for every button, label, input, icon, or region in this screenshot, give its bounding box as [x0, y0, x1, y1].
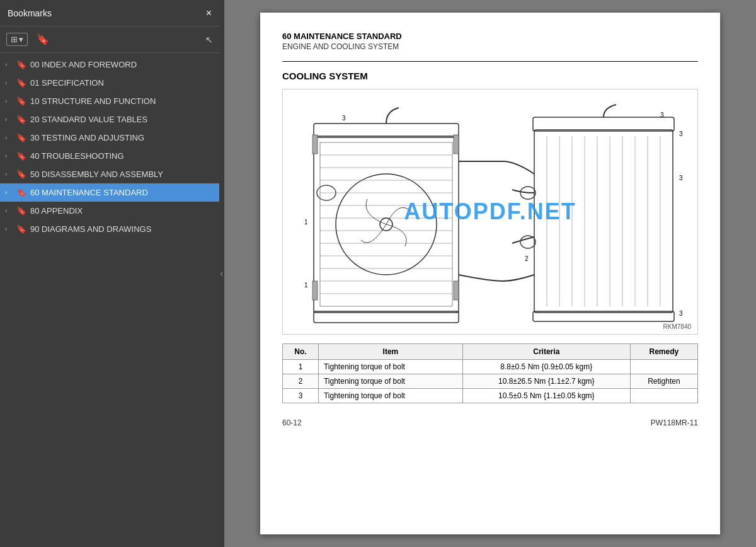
diagram-ref: RKM7840	[663, 323, 691, 330]
resize-handle[interactable]	[219, 0, 224, 547]
table-cell-criteria: 8.8±0.5 Nm {0.9±0.05 kgm}	[462, 360, 630, 374]
sidebar-item-60[interactable]: ›🔖60 MAINTENANCE STANDARD	[0, 183, 219, 202]
table-cell-item: Tightening torque of bolt	[318, 389, 462, 403]
svg-point-36	[520, 236, 536, 248]
chevron-right-icon: ›	[5, 153, 13, 159]
cooling-diagram: 1 1 3	[289, 98, 692, 325]
table-header-item: Item	[318, 344, 462, 360]
table-cell-criteria: 10.5±0.5 Nm {1.1±0.05 kgm}	[462, 389, 630, 403]
svg-text:2: 2	[525, 255, 529, 262]
table-cell-no: 2	[283, 374, 319, 389]
table-header-criteria: Criteria	[462, 344, 630, 360]
sidebar-item-label: 10 STRUCTURE AND FUNCTION	[30, 96, 156, 106]
sidebar-item-40[interactable]: ›🔖40 TROUBLESHOOTING	[0, 147, 219, 165]
sidebar-item-label: 01 SPECIFICATION	[30, 78, 104, 88]
chevron-right-icon: ›	[5, 98, 13, 105]
close-button[interactable]: ×	[206, 8, 212, 19]
sidebar-item-label: 90 DIAGRAMS AND DRAWINGS	[30, 224, 151, 234]
bookmark-icon: 🔖	[16, 224, 26, 234]
table-row: 1Tightening torque of bolt8.8±0.5 Nm {0.…	[283, 360, 698, 374]
sidebar-item-80[interactable]: ›🔖80 APPENDIX	[0, 202, 219, 220]
sidebar-toolbar: ⊞ ▾ 🔖 ↖	[0, 26, 219, 53]
table-header-remedy: Remedy	[630, 344, 697, 360]
svg-text:1: 1	[304, 219, 308, 226]
svg-text:3: 3	[679, 175, 683, 181]
chevron-right-icon: ›	[5, 134, 13, 141]
doc-content-title: COOLING SYSTEM	[282, 71, 698, 81]
svg-text:3: 3	[342, 115, 346, 122]
sidebar-item-label: 50 DISASSEMBLY AND ASSEMBLY	[30, 170, 163, 179]
sidebar-item-50[interactable]: ›🔖50 DISASSEMBLY AND ASSEMBLY	[0, 165, 219, 183]
bookmark-icon: 🔖	[16, 78, 26, 88]
table-row: 2Tightening torque of bolt10.8±26.5 Nm {…	[283, 374, 698, 389]
cursor-icon: ↖	[205, 35, 213, 45]
view-options-button[interactable]: ⊞ ▾	[6, 33, 28, 46]
svg-text:3: 3	[679, 130, 683, 137]
view-grid-icon: ⊞	[11, 35, 18, 44]
svg-rect-43	[312, 281, 318, 300]
chevron-right-icon: ›	[5, 171, 13, 178]
data-table: No. Item Criteria Remedy 1Tightening tor…	[282, 343, 698, 403]
sidebar-item-20[interactable]: ›🔖20 STANDARD VALUE TABLES	[0, 110, 219, 129]
sidebar-item-10[interactable]: ›🔖10 STRUCTURE AND FUNCTION	[0, 92, 219, 110]
bookmark-icon: 🔖	[16, 96, 26, 106]
chevron-right-icon: ›	[5, 116, 13, 123]
bookmark-icon: 🔖	[16, 188, 26, 197]
bookmark-icon: 🔖	[16, 170, 26, 179]
table-row: 3Tightening torque of bolt10.5±0.5 Nm {1…	[283, 389, 698, 403]
bookmark-icon: 🔖	[16, 115, 26, 124]
main-content: 60 MAINTENANCE STANDARD ENGINE AND COOLI…	[224, 0, 756, 547]
doc-section-subtitle: ENGINE AND COOLING SYSTEM	[282, 42, 698, 51]
sidebar-item-30[interactable]: ›🔖30 TESTING AND ADJUSTING	[0, 129, 219, 147]
svg-rect-16	[314, 124, 459, 137]
doc-model-number: PW118MR-11	[651, 418, 698, 427]
svg-rect-42	[312, 135, 318, 154]
bookmark-icon: 🔖	[37, 34, 49, 45]
sidebar-item-label: 60 MAINTENANCE STANDARD	[30, 188, 148, 197]
sidebar-item-label: 40 TROUBLESHOOTING	[30, 151, 124, 161]
doc-divider	[282, 61, 698, 62]
chevron-right-icon: ›	[5, 189, 13, 196]
chevron-down-icon: ▾	[19, 35, 23, 44]
document-page: 60 MAINTENANCE STANDARD ENGINE AND COOLI…	[260, 13, 720, 534]
svg-rect-33	[533, 117, 674, 131]
sidebar-header: Bookmarks ×	[0, 0, 219, 26]
sidebar-title: Bookmarks	[8, 8, 52, 18]
svg-rect-45	[454, 281, 459, 300]
table-body: 1Tightening torque of bolt8.8±0.5 Nm {0.…	[283, 360, 698, 403]
doc-section-title: 60 MAINTENANCE STANDARD	[282, 32, 698, 41]
bookmark-list: ›🔖00 INDEX AND FOREWORD›🔖01 SPECIFICATIO…	[0, 53, 219, 547]
sidebar: Bookmarks × ⊞ ▾ 🔖 ↖ ›🔖00 INDEX AND FOREW…	[0, 0, 219, 547]
table-cell-remedy: Retighten	[630, 374, 697, 389]
chevron-right-icon: ›	[5, 226, 13, 233]
doc-footer: 60-12 PW118MR-11	[282, 418, 698, 427]
bookmark-icon: 🔖	[16, 206, 26, 216]
sidebar-item-01[interactable]: ›🔖01 SPECIFICATION	[0, 74, 219, 92]
table-cell-remedy	[630, 389, 697, 403]
sidebar-item-label: 20 STANDARD VALUE TABLES	[30, 115, 147, 124]
diagram-container: AUTOPDF.NET	[282, 89, 698, 335]
svg-rect-44	[454, 135, 459, 154]
table-cell-no: 1	[283, 360, 319, 374]
chevron-right-icon: ›	[5, 207, 13, 214]
bookmark-icon: 🔖	[16, 151, 26, 161]
table-cell-criteria: 10.8±26.5 Nm {1.1±2.7 kgm}	[462, 374, 630, 389]
table-cell-item: Tightening torque of bolt	[318, 374, 462, 389]
svg-text:3: 3	[679, 310, 683, 317]
table-header-no: No.	[283, 344, 319, 360]
svg-text:3: 3	[660, 112, 664, 118]
table-cell-item: Tightening torque of bolt	[318, 360, 462, 374]
doc-page-number: 60-12	[282, 418, 302, 427]
bookmark-icon-button[interactable]: 🔖	[33, 32, 53, 47]
bookmark-icon: 🔖	[16, 133, 26, 142]
doc-header: 60 MAINTENANCE STANDARD ENGINE AND COOLI…	[282, 32, 698, 51]
table-cell-remedy	[630, 360, 697, 374]
sidebar-item-00[interactable]: ›🔖00 INDEX AND FOREWORD	[0, 55, 219, 74]
table-cell-no: 3	[283, 389, 319, 403]
sidebar-item-label: 80 APPENDIX	[30, 206, 83, 216]
svg-rect-22	[534, 130, 673, 313]
sidebar-item-90[interactable]: ›🔖90 DIAGRAMS AND DRAWINGS	[0, 220, 219, 238]
sidebar-item-label: 00 INDEX AND FOREWORD	[30, 60, 137, 69]
svg-text:1: 1	[304, 282, 308, 289]
chevron-right-icon: ›	[5, 79, 13, 86]
